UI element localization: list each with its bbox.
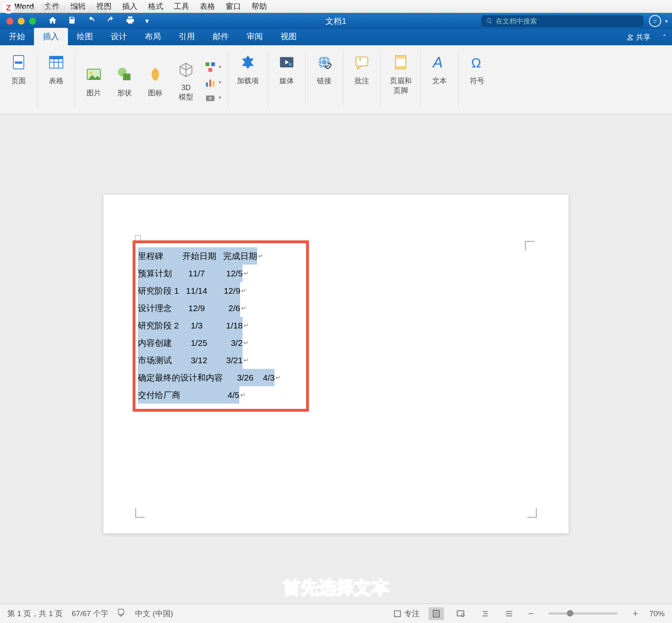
- focus-icon[interactable]: 专注: [393, 608, 420, 619]
- feedback-icon[interactable]: [649, 15, 661, 27]
- zoom-in-button[interactable]: +: [630, 608, 640, 619]
- menu-file[interactable]: 文件: [44, 1, 60, 12]
- window-controls: [6, 18, 36, 25]
- menu-insert[interactable]: 插入: [122, 1, 137, 12]
- menu-format[interactable]: 格式: [148, 1, 163, 12]
- col-header: 完成日期: [223, 247, 257, 265]
- comment-button[interactable]: +批注: [347, 51, 376, 87]
- col-header: 开始日期: [182, 247, 216, 265]
- screenshot-button[interactable]: ▾: [202, 91, 224, 104]
- text-button[interactable]: A文本: [425, 51, 454, 87]
- picture-button[interactable]: 图片: [79, 63, 108, 99]
- cell: 研究阶段 1: [138, 282, 179, 299]
- app-name[interactable]: Word: [15, 2, 34, 11]
- symbol-label: 符号: [470, 76, 484, 86]
- page-count[interactable]: 第 1 页，共 1 页: [7, 608, 63, 619]
- document-canvas[interactable]: 里程碑 开始日期 完成日期↵ 预算计划 11/7 12/5↵ 研究阶段 1 11…: [0, 114, 672, 604]
- menu-table[interactable]: 表格: [200, 1, 215, 12]
- annotation-caption: 首先选择文本: [283, 576, 389, 600]
- draft-view-icon[interactable]: [501, 607, 517, 620]
- selected-text-block[interactable]: 里程碑 开始日期 完成日期↵ 预算计划 11/7 12/5↵ 研究阶段 1 11…: [138, 247, 281, 404]
- cell: 3/26: [237, 369, 254, 386]
- svg-point-22: [318, 56, 330, 68]
- document-page[interactable]: 里程碑 开始日期 完成日期↵ 预算计划 11/7 12/5↵ 研究阶段 1 11…: [104, 195, 568, 533]
- symbol-button[interactable]: Ω符号: [463, 51, 492, 87]
- home-icon[interactable]: [48, 16, 57, 27]
- margin-corner-icon: [135, 506, 147, 518]
- search-placeholder: 在文档中搜索: [496, 17, 537, 26]
- addins-button[interactable]: 加载项: [232, 51, 264, 87]
- focus-label: 专注: [404, 608, 420, 619]
- picture-label: 图片: [87, 88, 101, 98]
- print-layout-view-icon[interactable]: [429, 607, 444, 620]
- menu-window[interactable]: 窗口: [226, 1, 241, 12]
- tab-design[interactable]: 设计: [102, 28, 136, 45]
- tab-view[interactable]: 视图: [272, 28, 306, 45]
- svg-point-20: [209, 97, 212, 99]
- pages-button[interactable]: 页面: [4, 51, 33, 87]
- search-input[interactable]: 在文档中搜索: [482, 15, 643, 27]
- icons-button[interactable]: 图标: [141, 63, 170, 99]
- print-icon[interactable]: [126, 16, 135, 27]
- undo-icon[interactable]: [87, 16, 96, 27]
- svg-rect-37: [457, 610, 464, 616]
- cell: 4/5: [228, 386, 239, 404]
- 3dmodel-label: 3D 模型: [179, 84, 193, 102]
- zoom-icon[interactable]: [29, 18, 36, 25]
- links-button[interactable]: 链接: [310, 51, 339, 87]
- zoom-out-button[interactable]: −: [526, 608, 536, 619]
- media-button[interactable]: 媒体: [272, 51, 301, 87]
- cell: 市场测试: [138, 351, 172, 369]
- media-label: 媒体: [279, 76, 294, 86]
- tab-references[interactable]: 引用: [170, 28, 204, 45]
- svg-point-10: [89, 71, 92, 74]
- smartart-button[interactable]: ▾: [202, 61, 224, 74]
- 3dmodel-button[interactable]: 3D 模型: [171, 59, 201, 103]
- zoom-level[interactable]: 70%: [649, 609, 665, 618]
- table-button[interactable]: 表格: [42, 51, 71, 87]
- zoom-slider-knob[interactable]: [567, 610, 573, 617]
- menu-tools[interactable]: 工具: [174, 1, 189, 12]
- headerfooter-button[interactable]: 页眉和 页脚: [385, 51, 416, 97]
- svg-rect-18: [213, 81, 215, 86]
- word-count[interactable]: 67/67 个字: [72, 608, 108, 619]
- headerfooter-label: 页眉和 页脚: [390, 76, 412, 95]
- web-layout-view-icon[interactable]: [453, 607, 468, 620]
- tab-layout[interactable]: 布局: [136, 28, 170, 45]
- cell: 11/14: [186, 282, 207, 299]
- collapse-ribbon-icon[interactable]: ˄: [657, 30, 672, 45]
- menu-view[interactable]: 视图: [96, 1, 112, 12]
- menu-help[interactable]: 帮助: [251, 1, 267, 12]
- cell: 1/3: [191, 317, 203, 334]
- cell: 研究阶段 2: [138, 317, 179, 334]
- language-label[interactable]: 中文 (中国): [135, 608, 173, 619]
- outline-view-icon[interactable]: [477, 607, 492, 620]
- tab-mailings[interactable]: 邮件: [204, 28, 238, 45]
- search-icon: [486, 18, 492, 24]
- cell: 1/25: [191, 334, 207, 351]
- margin-corner-icon: [525, 241, 537, 253]
- cell: 12/9: [224, 282, 240, 299]
- comment-label: 批注: [355, 76, 369, 86]
- tab-review[interactable]: 审阅: [238, 28, 272, 45]
- tab-insert[interactable]: 插入: [34, 28, 68, 45]
- feedback-dropdown-icon[interactable]: ▾: [665, 18, 668, 24]
- qat-dropdown-icon[interactable]: ▾: [145, 17, 149, 25]
- cell: 1/18: [226, 317, 243, 334]
- table-anchor-icon[interactable]: [135, 235, 141, 241]
- svg-rect-32: [395, 610, 401, 617]
- spellcheck-icon[interactable]: [117, 608, 126, 619]
- redo-icon[interactable]: [106, 16, 115, 27]
- close-icon[interactable]: [6, 18, 13, 25]
- col-header: 里程碑: [138, 247, 163, 265]
- save-icon[interactable]: [68, 16, 76, 27]
- share-button[interactable]: 共享: [620, 29, 657, 45]
- minimize-icon[interactable]: [18, 18, 25, 25]
- chart-button[interactable]: ▾: [202, 76, 224, 89]
- zoom-slider[interactable]: [549, 612, 617, 615]
- tab-draw[interactable]: 绘图: [68, 28, 102, 45]
- menu-edit[interactable]: 编辑: [70, 1, 86, 12]
- tab-home[interactable]: 开始: [0, 28, 34, 45]
- cell: 内容创建: [138, 334, 172, 351]
- shapes-button[interactable]: 形状: [110, 63, 139, 99]
